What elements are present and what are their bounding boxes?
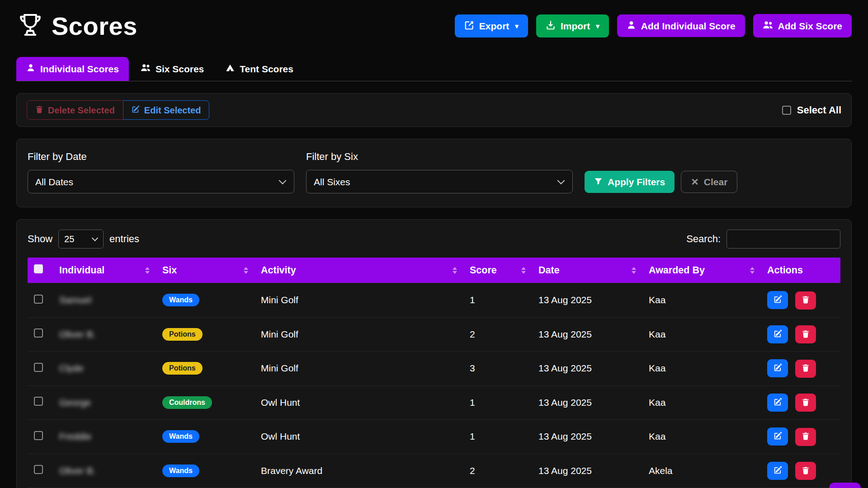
column-header-date[interactable]: Date xyxy=(532,258,642,283)
delete-row-button[interactable] xyxy=(795,291,816,310)
trash-icon xyxy=(35,105,43,115)
sort-icon xyxy=(244,267,248,274)
pencil-square-icon xyxy=(132,105,140,115)
person-icon xyxy=(627,20,636,31)
tab-bar: Individual Scores Six Scores Tent Scores xyxy=(16,57,852,81)
edit-row-button[interactable] xyxy=(767,462,788,480)
page-size-select[interactable]: 25 xyxy=(58,230,104,249)
table-row: Oliver B. Potions Mini Golf 2 13 Aug 202… xyxy=(28,317,840,352)
select-all[interactable]: Select All xyxy=(782,104,841,116)
pencil-square-icon xyxy=(774,295,782,305)
column-header-individual[interactable]: Individual xyxy=(53,258,156,283)
sort-icon xyxy=(632,267,636,274)
awarded-by-cell: Akela xyxy=(642,454,761,488)
delete-row-button[interactable] xyxy=(795,428,816,446)
add-six-score-button[interactable]: Add Six Score xyxy=(753,14,852,38)
edit-selected-button[interactable]: Edit Selected xyxy=(123,100,210,120)
apply-filters-button[interactable]: Apply Filters xyxy=(585,171,675,193)
table-header-row: Individual Six Activity Score xyxy=(28,258,840,283)
column-header-score[interactable]: Score xyxy=(463,258,532,283)
search-input[interactable] xyxy=(726,230,840,249)
row-checkbox[interactable] xyxy=(34,328,43,338)
edit-row-button[interactable] xyxy=(767,291,788,309)
column-header-actions: Actions xyxy=(761,258,840,283)
trash-icon xyxy=(802,432,810,441)
show-entries: Show 25 entries xyxy=(28,230,139,249)
people-icon xyxy=(141,63,151,75)
export-icon xyxy=(464,20,474,32)
column-header-six[interactable]: Six xyxy=(156,258,255,283)
six-badge: Couldrons xyxy=(162,396,212,409)
awarded-by-cell: Kaa xyxy=(642,283,761,318)
six-badge: Wands xyxy=(162,430,199,443)
delete-selected-button[interactable]: Delete Selected xyxy=(27,100,123,120)
trophy-icon xyxy=(16,11,44,41)
delete-row-button[interactable] xyxy=(795,394,816,412)
row-checkbox[interactable] xyxy=(34,363,43,372)
sort-icon xyxy=(750,267,755,274)
six-filter-select[interactable]: All Sixes xyxy=(306,170,573,193)
apply-filters-label: Apply Filters xyxy=(608,177,665,187)
delete-row-button[interactable] xyxy=(795,360,816,378)
filter-by-six-field: Filter by Six All Sixes xyxy=(306,151,573,193)
edit-row-button[interactable] xyxy=(767,427,788,446)
tab-tent-scores[interactable]: Tent Scores xyxy=(216,57,303,81)
trash-icon xyxy=(802,330,810,339)
activity-cell: Owl Hunt xyxy=(255,420,463,454)
tab-six-scores[interactable]: Six Scores xyxy=(131,57,214,81)
import-label: Import xyxy=(561,21,590,31)
caret-down-icon: ▾ xyxy=(596,23,599,29)
edit-row-button[interactable] xyxy=(767,359,788,377)
column-header-awarded-by[interactable]: Awarded By xyxy=(642,258,761,283)
table-body: Samuel Wands Mini Golf 1 13 Aug 2025 Kaa xyxy=(28,283,840,488)
row-checkbox[interactable] xyxy=(34,295,43,304)
score-cell: 2 xyxy=(463,317,532,352)
date-filter-select[interactable]: All Dates xyxy=(28,170,294,193)
edit-selected-label: Edit Selected xyxy=(144,106,201,115)
row-checkbox[interactable] xyxy=(34,397,43,406)
awarded-by-cell: Kaa xyxy=(642,385,761,420)
scroll-indicator[interactable] xyxy=(829,483,861,488)
trash-icon xyxy=(802,398,810,408)
tab-label: Individual Scores xyxy=(40,64,119,75)
filter-date-label: Filter by Date xyxy=(28,151,294,163)
column-header-activity[interactable]: Activity xyxy=(255,258,463,283)
activity-cell: Bravery Award xyxy=(255,454,463,488)
scores-page: Scores Export ▾ xyxy=(0,0,868,488)
score-cell: 1 xyxy=(463,385,532,420)
entries-label: entries xyxy=(109,233,139,245)
import-button[interactable]: Import ▾ xyxy=(536,14,609,38)
select-all-checkbox[interactable] xyxy=(782,106,791,115)
delete-row-button[interactable] xyxy=(795,325,816,343)
header-checkbox[interactable] xyxy=(34,264,43,273)
clear-filters-button[interactable]: ✕ Clear xyxy=(681,171,737,193)
table-row: Freddie Wands Owl Hunt 1 13 Aug 2025 Kaa xyxy=(28,420,840,454)
date-cell: 13 Aug 2025 xyxy=(532,385,642,420)
export-button[interactable]: Export ▾ xyxy=(455,14,528,38)
delete-selected-label: Delete Selected xyxy=(48,106,115,115)
six-select-wrap: All Sixes xyxy=(306,170,573,193)
filter-six-label: Filter by Six xyxy=(306,151,573,163)
awarded-by-cell: Kaa xyxy=(642,352,761,386)
clear-filters-label: Clear xyxy=(704,177,728,187)
score-cell: 1 xyxy=(463,283,532,318)
add-individual-score-button[interactable]: Add Individual Score xyxy=(617,14,745,37)
tent-icon xyxy=(226,63,235,75)
score-cell: 1 xyxy=(463,420,532,454)
delete-row-button[interactable] xyxy=(795,462,816,480)
edit-row-button[interactable] xyxy=(767,394,788,412)
filter-buttons: Apply Filters ✕ Clear xyxy=(585,171,737,193)
export-label: Export xyxy=(479,21,509,31)
tab-individual-scores[interactable]: Individual Scores xyxy=(16,57,129,81)
row-checkbox[interactable] xyxy=(34,431,43,440)
brand: Scores xyxy=(16,11,137,41)
table-row: Oliver B. Wands Bravery Award 2 13 Aug 2… xyxy=(28,454,840,488)
table-row: George Couldrons Owl Hunt 1 13 Aug 2025 … xyxy=(28,385,840,420)
activity-cell: Mini Golf xyxy=(255,352,463,386)
row-checkbox[interactable] xyxy=(34,465,43,474)
activity-cell: Mini Golf xyxy=(255,283,463,318)
page-size-wrap: 25 xyxy=(58,230,104,249)
top-actions: Export ▾ Import ▾ xyxy=(455,14,852,38)
sort-icon xyxy=(145,267,150,274)
edit-row-button[interactable] xyxy=(767,325,788,343)
